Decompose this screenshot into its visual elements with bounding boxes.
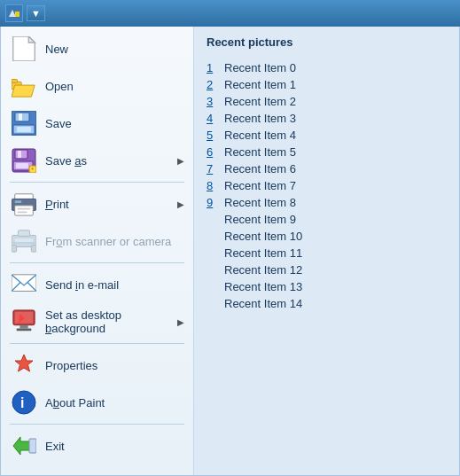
recent-item-label: Recent Item 0 — [224, 61, 296, 74]
recent-item-label: Recent Item 2 — [224, 95, 296, 108]
recent-num: 9 — [207, 196, 221, 209]
save-as-arrow: ▶ — [177, 156, 184, 166]
recent-item[interactable]: Recent Item 9 — [207, 211, 447, 228]
menu-item-open[interactable]: Open — [1, 67, 193, 105]
sep-2 — [10, 262, 184, 263]
recent-item-label: Recent Item 12 — [224, 263, 302, 277]
desktop-icon — [10, 308, 38, 336]
scanner-icon — [10, 227, 38, 255]
recent-num: 1 — [207, 61, 221, 74]
new-icon — [10, 35, 38, 63]
recent-item-label: Recent Item 1 — [224, 78, 296, 91]
svg-rect-25 — [18, 211, 27, 213]
save-label: Save — [45, 117, 72, 130]
menu-item-save[interactable]: Save — [1, 105, 193, 142]
recent-item-label: Recent Item 5 — [224, 145, 296, 159]
menu-item-new[interactable]: New — [1, 30, 193, 67]
svg-rect-36 — [15, 312, 34, 324]
svg-text:i: i — [20, 395, 24, 410]
recent-item[interactable]: Recent Item 11 — [207, 245, 447, 261]
recent-num: 5 — [207, 129, 221, 142]
print-icon — [10, 190, 38, 218]
svg-marker-4 — [28, 36, 35, 43]
email-icon — [10, 270, 38, 299]
recent-item[interactable]: 1Recent Item 0 — [207, 59, 447, 76]
svg-rect-24 — [18, 208, 31, 210]
print-arrow: ▶ — [177, 199, 184, 209]
recent-item-label: Recent Item 7 — [224, 179, 296, 192]
app-icon — [5, 4, 23, 22]
menu-item-scanner: From scanner or camera — [1, 222, 193, 260]
recent-num: 6 — [207, 145, 221, 159]
recent-item[interactable]: 4Recent Item 3 — [207, 110, 447, 127]
about-icon: i — [10, 388, 38, 417]
svg-rect-22 — [15, 200, 21, 203]
save-as-icon: * — [10, 146, 38, 175]
menu-item-properties[interactable]: Properties — [1, 347, 193, 384]
save-icon — [10, 109, 38, 137]
svg-rect-23 — [15, 206, 34, 215]
open-icon — [10, 72, 38, 100]
dropdown-arrow: ▼ — [31, 8, 41, 19]
recent-item[interactable]: 2Recent Item 1 — [207, 76, 447, 93]
recent-num: 2 — [207, 78, 221, 91]
title-bar: ▼ — [0, 0, 460, 27]
svg-rect-12 — [17, 127, 31, 132]
title-dropdown[interactable]: ▼ — [27, 5, 45, 21]
desktop-label: Set as desktop background — [45, 308, 177, 335]
new-label: New — [45, 43, 68, 56]
recent-item-label: Recent Item 4 — [224, 129, 296, 142]
scanner-label: From scanner or camera — [45, 235, 171, 248]
recent-item[interactable]: 8Recent Item 7 — [207, 177, 447, 194]
recent-num: 8 — [207, 179, 221, 192]
left-panel: New Open — [1, 27, 194, 475]
menu-item-exit[interactable]: Exit — [1, 427, 193, 464]
recent-item-label: Recent Item 9 — [224, 213, 296, 226]
svg-marker-7 — [12, 85, 35, 97]
menu-item-print[interactable]: Print ▶ — [1, 185, 193, 222]
recent-num: 4 — [207, 112, 221, 125]
svg-marker-42 — [13, 437, 31, 455]
recent-item[interactable]: 7Recent Item 6 — [207, 160, 447, 177]
svg-rect-29 — [18, 230, 29, 237]
recent-item-label: Recent Item 3 — [224, 112, 296, 125]
recent-num: 3 — [207, 95, 221, 108]
svg-rect-38 — [19, 325, 27, 329]
recent-item[interactable]: Recent Item 14 — [207, 295, 447, 312]
svg-rect-43 — [29, 439, 36, 453]
svg-rect-2 — [15, 12, 19, 17]
recent-item[interactable]: 6Recent Item 5 — [207, 144, 447, 160]
recent-item[interactable]: Recent Item 12 — [207, 261, 447, 278]
recent-item[interactable]: Recent Item 13 — [207, 278, 447, 295]
svg-rect-15 — [18, 151, 21, 158]
svg-rect-39 — [17, 328, 32, 331]
svg-text:*: * — [31, 166, 34, 173]
svg-rect-28 — [13, 242, 35, 244]
save-as-label: Save as — [45, 154, 87, 168]
exit-label: Exit — [45, 440, 65, 453]
svg-rect-30 — [12, 246, 17, 252]
properties-icon — [10, 351, 38, 379]
recent-title: Recent pictures — [207, 35, 447, 52]
menu-item-desktop[interactable]: Set as desktop background ▶ — [1, 303, 193, 340]
recent-item-label: Recent Item 13 — [224, 280, 302, 293]
menu-item-email[interactable]: Send in e-mail — [1, 266, 193, 303]
menu-item-about[interactable]: i About Paint — [1, 384, 193, 421]
sep-3 — [10, 343, 184, 344]
sep-1 — [10, 182, 184, 183]
about-label: About Paint — [45, 396, 105, 410]
recent-item[interactable]: Recent Item 10 — [207, 228, 447, 245]
menu-item-save-as[interactable]: * Save as ▶ — [1, 142, 193, 179]
open-label: Open — [45, 80, 74, 93]
exit-icon — [10, 432, 38, 460]
recent-item[interactable]: 3Recent Item 2 — [207, 93, 447, 110]
recent-num: 7 — [207, 162, 221, 176]
recent-item-label: Recent Item 14 — [224, 297, 302, 310]
recent-item-label: Recent Item 8 — [224, 196, 296, 209]
recent-item[interactable]: 9Recent Item 8 — [207, 194, 447, 211]
email-label: Send in e-mail — [45, 278, 119, 292]
recent-item[interactable]: 5Recent Item 4 — [207, 127, 447, 144]
desktop-arrow: ▶ — [177, 317, 184, 327]
print-label: Print — [45, 198, 69, 211]
svg-rect-31 — [31, 246, 36, 252]
